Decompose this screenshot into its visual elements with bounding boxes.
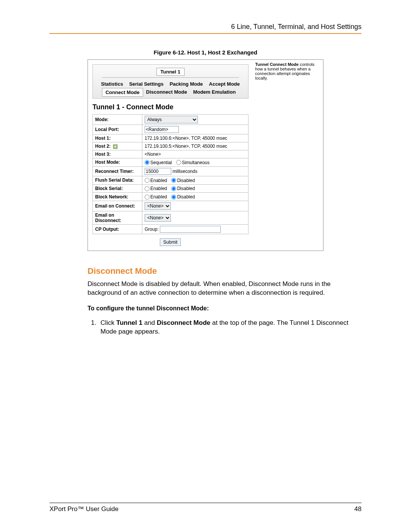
step1-b2: Disconnect Mode bbox=[157, 319, 210, 326]
host-mode-simultaneous-label: Simultaneous bbox=[182, 160, 210, 165]
host3-label: Host 3: bbox=[93, 150, 142, 158]
host-mode-simultaneous-radio[interactable] bbox=[176, 160, 181, 165]
email-disconnect-select[interactable]: <None> bbox=[145, 214, 171, 222]
flush-enabled-radio[interactable] bbox=[145, 178, 150, 183]
nav-packing-mode[interactable]: Packing Mode bbox=[167, 80, 206, 88]
tab-nav: Statistics Serial Settings Packing Mode … bbox=[97, 80, 244, 97]
figure-frame: Tunnel 1 Statistics Serial Settings Pack… bbox=[88, 59, 323, 251]
figure-caption: Figure 6-12. Host 1, Host 2 Exchanged bbox=[49, 49, 362, 56]
chapter-title: 6 Line, Tunnel, Terminal, and Host Setti… bbox=[49, 23, 362, 31]
reconnect-unit: milliseconds bbox=[172, 169, 197, 174]
step1-mid: and bbox=[142, 319, 157, 326]
host-mode-sequential-radio[interactable] bbox=[145, 160, 150, 165]
host2-label: Host 2: bbox=[95, 144, 111, 149]
flush-disabled-label: Disabled bbox=[177, 178, 195, 183]
steps-list: Click Tunnel 1 and Disconnect Mode at th… bbox=[98, 319, 362, 336]
local-port-label: Local Port: bbox=[93, 125, 142, 134]
block-network-label: Block Network: bbox=[93, 193, 142, 201]
section-subheading: To configure the tunnel Disconnect Mode: bbox=[88, 305, 362, 312]
form-heading: Tunnel 1 - Connect Mode bbox=[92, 103, 249, 111]
email-connect-select[interactable]: <None> bbox=[145, 202, 171, 210]
page-footer: XPort Pro™ User Guide 48 bbox=[49, 503, 362, 513]
cp-output-prefix: Group: bbox=[145, 227, 159, 232]
block-network-disabled-label: Disabled bbox=[177, 194, 195, 200]
host-mode-sequential-label: Sequential bbox=[150, 160, 172, 165]
flush-disabled-radio[interactable] bbox=[171, 178, 176, 183]
submit-button[interactable]: Submit bbox=[160, 238, 181, 246]
flush-label: Flush Serial Data: bbox=[93, 176, 142, 184]
form-table: Mode: Always Local Port: Host 1: 172. bbox=[92, 114, 249, 234]
step1-b1: Tunnel 1 bbox=[116, 319, 143, 326]
host1-value: 172.19.100.6:<None>, TCP, 45000 msec bbox=[142, 134, 249, 142]
block-network-disabled-radio[interactable] bbox=[171, 195, 176, 200]
footer-page-number: 48 bbox=[354, 505, 362, 513]
block-serial-label: Block Serial: bbox=[93, 184, 142, 193]
local-port-input[interactable] bbox=[145, 126, 179, 133]
email-disconnect-label: Email on Disconnect: bbox=[93, 211, 142, 225]
cp-output-input[interactable] bbox=[160, 226, 221, 233]
footer-left: XPort Pro™ User Guide bbox=[49, 505, 118, 513]
up-arrow-icon[interactable] bbox=[113, 144, 118, 149]
block-network-enabled-radio[interactable] bbox=[145, 195, 150, 200]
reconnect-label: Reconnect Timer: bbox=[93, 166, 142, 176]
nav-modem-emulation[interactable]: Modem Emulation bbox=[190, 88, 239, 97]
mode-select[interactable]: Always bbox=[145, 116, 198, 123]
block-serial-disabled-label: Disabled bbox=[177, 186, 195, 191]
mode-label: Mode: bbox=[93, 115, 142, 125]
host1-label: Host 1: bbox=[93, 134, 142, 142]
nav-disconnect-mode[interactable]: Disconnect Mode bbox=[143, 88, 190, 97]
section-heading: Disconnect Mode bbox=[88, 266, 362, 276]
host3-value: <None> bbox=[142, 150, 249, 158]
block-serial-enabled-label: Enabled bbox=[150, 186, 167, 191]
nav-serial-settings[interactable]: Serial Settings bbox=[126, 80, 166, 88]
cp-output-label: CP Output: bbox=[93, 225, 142, 234]
section-para: Disconnect Mode is disabled by default. … bbox=[88, 280, 362, 297]
nav-statistics[interactable]: Statistics bbox=[98, 80, 126, 88]
nav-accept-mode[interactable]: Accept Mode bbox=[206, 80, 243, 88]
host-mode-label: Host Mode: bbox=[93, 158, 142, 167]
reconnect-input[interactable] bbox=[145, 168, 171, 175]
nav-connect-mode[interactable]: Connect Mode bbox=[102, 88, 143, 97]
email-connect-label: Email on Connect: bbox=[93, 201, 142, 211]
block-network-enabled-label: Enabled bbox=[150, 194, 167, 200]
host2-value: 172.19.100.5:<None>, TCP, 45000 msec bbox=[142, 142, 249, 150]
block-serial-disabled-radio[interactable] bbox=[171, 186, 176, 191]
step-1: Click Tunnel 1 and Disconnect Mode at th… bbox=[98, 319, 362, 336]
block-serial-enabled-radio[interactable] bbox=[145, 186, 150, 191]
step1-pre: Click bbox=[100, 319, 116, 326]
tab-header: Tunnel 1 Statistics Serial Settings Pack… bbox=[92, 64, 249, 99]
tab-tunnel1[interactable]: Tunnel 1 bbox=[156, 68, 185, 76]
flush-enabled-label: Enabled bbox=[150, 178, 167, 183]
side-note: Tunnel Connect Mode controls how a tunne… bbox=[253, 60, 323, 251]
side-note-bold: Tunnel Connect Mode bbox=[255, 62, 299, 67]
